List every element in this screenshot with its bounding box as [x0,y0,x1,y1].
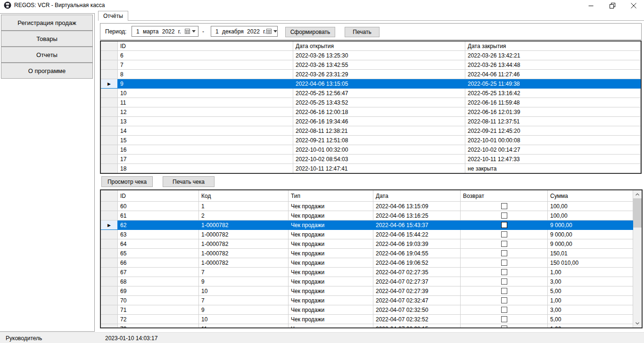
table-row[interactable]: 162022-10-01 00:32:002022-10-02 00:14:27 [101,145,641,155]
table-row[interactable]: 82022-03-26 23:31:292022-04-06 11:27:46 [101,70,641,79]
refund-checkbox[interactable] [501,316,507,322]
table-row[interactable]: 7311Чек продажи2022-04-07 02:38:151,00 [101,324,633,328]
row-header[interactable] [101,277,118,286]
column-header[interactable]: Код [199,190,289,202]
chevron-down-icon[interactable] [192,30,196,33]
table-row[interactable]: 661-0000782Чек продажи2022-04-06 19:06:5… [101,258,633,268]
date-from-picker[interactable]: 1 марта 2022 г. [132,26,198,37]
cell: 2022-10-02 00:14:27 [465,145,641,155]
refund-checkbox[interactable] [501,241,507,247]
table-row[interactable]: ▶92022-04-06 13:15:052022-05-25 11:49:38 [101,79,641,89]
print-receipt-button[interactable]: Печать чека [163,176,215,187]
table-row[interactable]: 132022-06-16 19:34:462022-08-11 12:37:51 [101,117,641,126]
column-header[interactable]: ID [118,190,199,202]
row-header[interactable] [101,249,118,258]
refund-checkbox[interactable] [501,307,507,313]
row-header[interactable] [101,230,118,239]
table-row[interactable]: 601Чек продажи2022-04-06 13:15:09100,00 [101,202,633,211]
sidebar-item-products[interactable]: Товары [1,31,93,47]
row-header[interactable] [101,296,118,305]
column-header[interactable]: ID [118,41,293,51]
row-header[interactable] [101,211,118,220]
row-header[interactable] [101,145,118,155]
refund-checkbox[interactable] [501,260,507,266]
sidebar-item-sales-registration[interactable]: Регистрация продаж [1,15,93,31]
column-header[interactable]: Возврат [461,190,548,202]
row-header[interactable] [101,239,118,249]
row-header[interactable] [101,268,118,277]
restore-button[interactable] [602,0,623,11]
view-receipt-button[interactable]: Просмотр чека [101,176,153,187]
row-header[interactable] [101,305,118,315]
table-row[interactable]: 102022-05-25 12:56:472022-05-25 13:16:42 [101,89,641,98]
table-row[interactable]: 122022-06-16 12:00:182022-06-16 12:01:39 [101,107,641,117]
table-row[interactable]: 707Чек продажи2022-04-07 02:32:471,00 [101,296,633,305]
scroll-up-button[interactable] [633,190,642,198]
row-header[interactable] [101,107,118,117]
row-header[interactable] [101,70,118,79]
table-row[interactable]: 719Чек продажи2022-04-07 02:32:503,00 [101,305,633,315]
table-row[interactable]: 651-0000782Чек продажи2022-04-06 19:04:5… [101,249,633,258]
row-header[interactable] [101,202,118,211]
table-row[interactable]: 182022-10-11 12:47:41не закрыта [101,164,641,173]
close-button[interactable] [623,0,644,11]
sidebar-item-about[interactable]: О программе [1,63,93,79]
cell: 12 [118,107,293,117]
table-row[interactable]: 112022-05-25 13:43:522022-06-16 11:59:48 [101,98,641,107]
refund-checkbox[interactable] [501,222,507,228]
row-header[interactable] [101,60,118,70]
table-row[interactable]: ▶621-0000782Чек продажи2022-04-06 15:43:… [101,220,633,230]
table-row[interactable]: 152022-09-21 12:51:082022-10-01 00:00:08 [101,136,641,145]
table-row[interactable]: 72022-03-26 13:42:552022-03-26 13:44:48 [101,60,641,70]
scrollbar-thumb[interactable] [633,198,642,228]
refund-checkbox[interactable] [501,288,507,294]
row-header[interactable] [101,164,118,173]
row-header[interactable] [101,155,118,164]
row-header[interactable] [101,136,118,145]
row-header[interactable] [101,89,118,98]
refund-checkbox[interactable] [501,231,507,237]
refund-checkbox[interactable] [501,297,507,303]
row-header[interactable] [101,315,118,324]
chevron-down-icon[interactable] [273,30,277,33]
row-header[interactable] [101,126,118,136]
vertical-scrollbar[interactable] [633,190,642,327]
row-header[interactable]: ▶ [101,220,118,230]
row-header[interactable] [101,286,118,296]
row-header[interactable] [101,324,118,328]
date-to-picker[interactable]: 1 декабря 2022 г. [211,26,278,37]
column-header[interactable]: Сумма [548,190,633,202]
refund-checkbox[interactable] [501,212,507,219]
table-row[interactable]: 62022-03-26 13:25:302022-03-26 13:42:21 [101,51,641,60]
column-header[interactable]: Дата [373,190,461,202]
column-header[interactable]: Тип [289,190,373,202]
refund-checkbox[interactable] [501,278,507,285]
table-row[interactable]: 172022-10-02 08:54:032022-10-11 12:47:33 [101,155,641,164]
table-row[interactable]: 142022-08-11 12:38:212022-09-21 12:45:20 [101,126,641,136]
refund-checkbox[interactable] [501,250,507,256]
column-header[interactable]: Дата открытия [293,41,465,51]
row-header[interactable] [101,51,118,60]
column-header[interactable]: Дата закрытия [465,41,641,51]
table-row[interactable]: 612Чек продажи2022-04-06 13:16:25100,00 [101,211,633,220]
table-row[interactable]: 641-0000782Чек продажи2022-04-06 19:03:3… [101,239,633,249]
print-report-button[interactable]: Печать [345,27,380,37]
row-header[interactable]: ▶ [101,79,118,89]
minimize-button[interactable] [580,0,602,11]
refund-checkbox[interactable] [501,269,507,275]
cell: 8 [118,70,293,79]
scroll-down-button[interactable] [633,319,642,327]
refund-checkbox[interactable] [501,326,507,328]
sidebar-item-reports[interactable]: Отчеты [1,47,93,63]
row-header[interactable] [101,258,118,268]
table-row[interactable]: 689Чек продажи2022-04-07 02:27:373,00 [101,277,633,286]
generate-report-button[interactable]: Сформировать [285,27,335,37]
table-row[interactable]: 677Чек продажи2022-04-07 02:27:351,00 [101,268,633,277]
refund-checkbox[interactable] [501,203,507,209]
table-row[interactable]: 6910Чек продажи2022-04-07 02:27:395,00 [101,286,633,296]
table-row[interactable]: 631-0000782Чек продажи2022-04-06 15:44:2… [101,230,633,239]
table-row[interactable]: 7210Чек продажи2022-04-07 02:32:525,00 [101,315,633,324]
row-header[interactable] [101,98,118,107]
row-header[interactable] [101,117,118,126]
tab-reports[interactable]: Отчёты [98,11,128,21]
